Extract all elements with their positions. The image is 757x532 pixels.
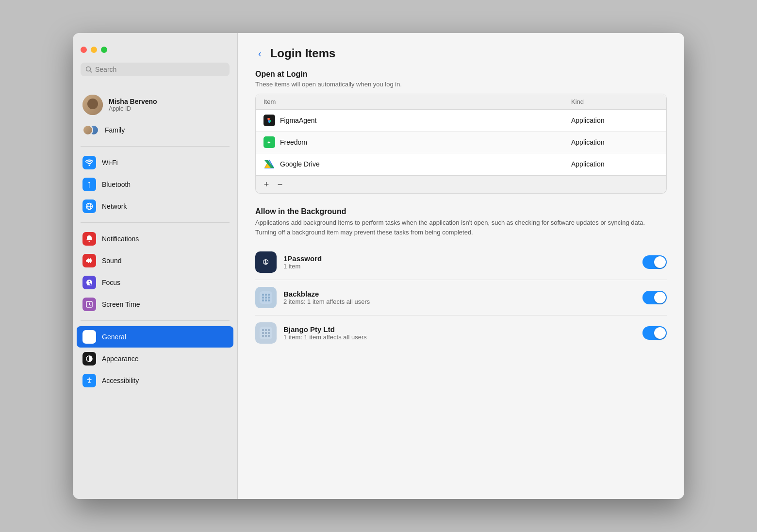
1password-icon: ① [255,251,277,273]
sidebar-item-label: Screen Time [102,300,140,308]
sidebar-item-bluetooth[interactable]: ⭡ Bluetooth [77,174,233,195]
freedom-app-icon: ✦ [263,136,275,148]
bg-item-bjango: Bjango Pty Ltd 1 item: 1 item affects al… [255,316,667,350]
svg-rect-33 [268,332,270,334]
avatar [82,95,103,115]
svg-rect-22 [265,297,267,299]
maximize-button[interactable] [101,47,107,53]
general-icon [82,330,96,344]
screentime-icon [82,298,96,311]
sidebar-item-wifi[interactable]: Wi-Fi [77,152,233,173]
sidebar-divider-3 [81,320,230,321]
sidebar-item-screentime[interactable]: Screen Time [77,294,233,315]
bg-item-name: Backblaze [283,290,636,298]
bg-item-info: Bjango Pty Ltd 1 item: 1 item affects al… [283,325,636,341]
sidebar-divider-1 [81,146,230,147]
sidebar-item-notifications[interactable]: Notifications [77,228,233,249]
page-title: Login Items [270,47,336,60]
svg-text:✦: ✦ [267,140,271,145]
svg-rect-29 [265,329,267,331]
remove-item-button[interactable]: − [273,179,287,190]
bg-section-title: Allow in the Background [255,207,667,216]
sidebar-item-accessibility[interactable]: Accessibility [77,370,233,391]
bg-item-name: Bjango Pty Ltd [283,325,636,333]
close-button[interactable] [81,47,87,53]
col-header-kind: Kind [571,98,658,105]
search-icon [85,66,92,73]
sidebar-item-user[interactable]: Misha Berveno Apple ID [77,91,233,119]
backblaze-icon [255,287,277,308]
sidebar-item-family[interactable]: Family [77,119,233,141]
row-app-name: Google Drive [280,160,320,168]
user-name: Misha Berveno [109,98,228,105]
svg-rect-25 [265,299,267,301]
sound-icon [82,254,96,267]
svg-rect-24 [262,299,264,301]
main-header: ‹ Login Items [238,33,684,70]
back-button[interactable]: ‹ [255,47,264,60]
svg-rect-28 [262,329,264,331]
svg-point-6 [88,336,91,338]
search-box[interactable] [81,63,230,76]
minimize-button[interactable] [91,47,97,53]
row-app-name: Freedom [280,138,307,146]
bluetooth-icon: ⭡ [82,178,96,191]
table-row[interactable]: Google Drive Application [256,153,666,175]
row-item-gdrive: Google Drive [263,158,571,170]
sidebar-item-appearance[interactable]: Appearance [77,348,233,369]
sidebar: Misha Berveno Apple ID Family [73,33,238,499]
toggle-1password[interactable] [642,255,667,269]
svg-rect-36 [268,335,270,337]
table-row[interactable]: FigmaAgent Application [256,110,666,132]
sidebar-item-label: Wi-Fi [102,159,118,166]
table-footer: + − [256,175,666,193]
svg-rect-18 [262,294,264,296]
svg-point-8 [89,378,90,379]
bg-item-info: 1Password 1 item [283,254,636,270]
user-subtitle: Apple ID [109,105,228,112]
add-item-button[interactable]: + [260,179,273,190]
sidebar-item-sound[interactable]: Sound [77,250,233,271]
bg-item-name: 1Password [283,254,636,263]
sidebar-item-focus[interactable]: Focus [77,272,233,293]
sidebar-user-section: Misha Berveno Apple ID Family [73,89,237,143]
col-header-item: Item [263,98,571,105]
svg-rect-21 [262,297,264,299]
row-app-name: FigmaAgent [280,116,316,124]
search-input[interactable] [95,66,225,73]
login-items-table: Item Kind [255,94,667,194]
table-row[interactable]: ✦ Freedom Application [256,132,666,153]
toggle-backblaze[interactable] [642,291,667,304]
main-body: Open at Login These items will open auto… [238,70,684,368]
svg-rect-30 [268,329,270,331]
open-at-login-title: Open at Login [255,70,667,79]
svg-rect-31 [262,332,264,334]
notifications-icon [82,232,96,246]
background-items-list: ① 1Password 1 item [255,245,667,350]
sidebar-item-network[interactable]: Network [77,196,233,217]
svg-rect-20 [268,294,270,296]
bg-item-desc: 1 item [283,263,636,270]
bg-item-backblaze: Backblaze 2 items: 1 item affects all us… [255,280,667,316]
allow-background-section: Allow in the Background Applications add… [255,207,667,350]
sidebar-item-label: Accessibility [102,377,139,384]
gdrive-app-icon [263,158,275,170]
bg-item-desc: 2 items: 1 item affects all users [283,298,636,305]
sidebar-item-label: Appearance [102,355,139,363]
row-kind: Application [571,116,658,124]
network-icon [82,200,96,213]
bjango-icon [255,322,277,344]
toggle-bjango[interactable] [642,326,667,340]
sidebar-item-label: Notifications [102,235,139,243]
open-at-login-subtitle: These items will open automatically when… [255,81,667,88]
sidebar-general-section: General Appearance Acc [73,324,237,394]
sidebar-item-label: Network [102,202,127,210]
traffic-lights [81,43,230,53]
wifi-icon [82,156,96,169]
family-icon [82,123,99,137]
sidebar-item-general[interactable]: General [77,326,233,348]
sidebar-network-section: Wi-Fi ⭡ Bluetooth Network [73,150,237,219]
bg-item-info: Backblaze 2 items: 1 item affects all us… [283,290,636,305]
sidebar-item-label: Family [105,126,125,134]
sidebar-divider-2 [81,222,230,223]
